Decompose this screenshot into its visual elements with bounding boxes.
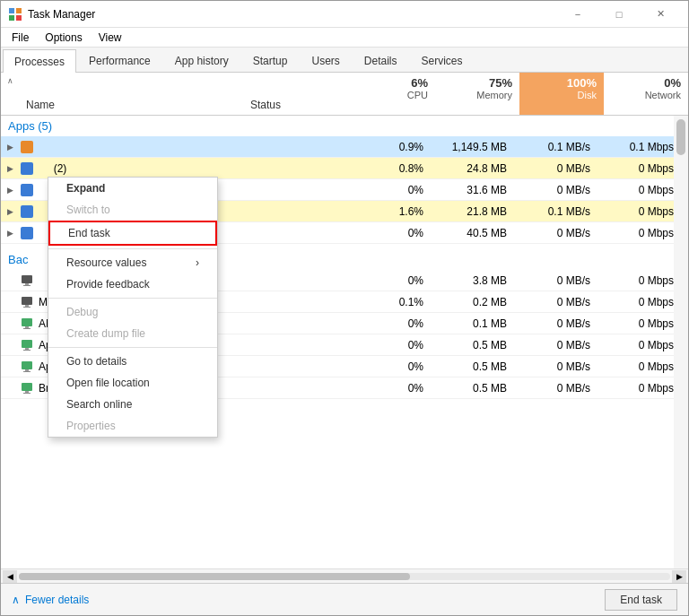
tab-app-history[interactable]: App history [163, 48, 240, 72]
process-icon [19, 139, 35, 155]
expand-icon[interactable]: ▶ [1, 164, 19, 173]
process-name: (2) [35, 162, 243, 175]
header-status[interactable]: Status [243, 73, 351, 115]
header-name[interactable]: Name [19, 73, 243, 115]
context-menu: Expand Switch to End task Resource value… [48, 177, 218, 438]
process-memory: 0.5 MB [434, 339, 518, 351]
svg-rect-21 [23, 393, 31, 394]
process-disk: 0 MB/s [518, 274, 601, 287]
process-memory: 0.1 MB [434, 317, 518, 330]
ctx-separator-2 [48, 298, 217, 299]
svg-rect-10 [22, 318, 32, 326]
svg-rect-0 [9, 8, 14, 13]
ctx-end-task[interactable]: End task [48, 221, 217, 246]
menu-view[interactable]: View [92, 30, 129, 46]
process-disk: 0.1 MB/s [518, 205, 601, 218]
ctx-expand[interactable]: Expand [48, 178, 217, 199]
scroll-thumb[interactable] [19, 573, 410, 580]
svg-rect-20 [25, 391, 29, 393]
process-cpu: 0% [351, 382, 434, 395]
tab-bar: Processes Performance App history Startu… [1, 48, 688, 73]
ctx-go-to-details[interactable]: Go to details [48, 351, 217, 372]
process-memory: 40.5 MB [434, 227, 518, 239]
header-disk[interactable]: 100% Disk [519, 73, 604, 115]
svg-rect-4 [22, 275, 32, 283]
svg-rect-19 [22, 383, 32, 391]
process-icon [19, 182, 35, 198]
ctx-open-file[interactable]: Open file location [48, 372, 217, 394]
svg-rect-16 [22, 361, 32, 369]
tab-processes[interactable]: Processes [3, 49, 76, 73]
process-disk: 0 MB/s [518, 382, 601, 395]
header-network[interactable]: 0% Network [604, 73, 688, 115]
tab-services[interactable]: Services [410, 48, 475, 72]
minimize-button[interactable]: − [557, 1, 598, 28]
svg-rect-1 [16, 8, 22, 13]
ctx-provide-feedback[interactable]: Provide feedback [48, 273, 217, 295]
close-button[interactable]: ✕ [640, 1, 681, 28]
expand-icon[interactable]: ▶ [1, 207, 19, 216]
sort-arrow-icon: ∧ [7, 76, 13, 85]
column-headers: ∧ Name Status 6% CPU 75% Memory 100% Dis… [1, 73, 688, 116]
process-cpu: 0% [351, 360, 434, 373]
svg-rect-5 [25, 283, 29, 285]
status-bar: ∧ Fewer details End task [1, 583, 688, 615]
expand-icon[interactable]: ▶ [1, 143, 19, 152]
tab-details[interactable]: Details [353, 48, 409, 72]
process-disk: 0 MB/s [518, 227, 601, 239]
horizontal-scrollbar[interactable]: ◀ ▶ [1, 568, 688, 583]
process-cpu: 0% [351, 227, 434, 239]
svg-rect-13 [22, 340, 32, 348]
process-cpu: 0% [351, 317, 434, 330]
scrollbar-thumb[interactable] [676, 119, 685, 155]
menu-options[interactable]: Options [38, 30, 89, 46]
tab-startup[interactable]: Startup [241, 48, 300, 72]
vertical-scrollbar[interactable] [674, 116, 688, 568]
process-disk: 0 MB/s [518, 184, 601, 196]
svg-rect-9 [23, 307, 31, 308]
ctx-separator-3 [48, 347, 217, 348]
process-memory: 24.8 MB [434, 162, 518, 175]
process-cpu: 0% [351, 274, 434, 287]
process-icon [19, 273, 35, 289]
expand-icon[interactable]: ▶ [1, 229, 19, 238]
process-memory: 21.8 MB [434, 205, 518, 218]
process-disk: 0 MB/s [518, 296, 601, 308]
svg-rect-7 [22, 297, 32, 305]
process-list: Apps (5) ▶ 0.9% 1,149.5 MB 0.1 MB/s 0.1 … [1, 116, 688, 568]
process-disk: 0 MB/s [518, 317, 601, 330]
title-buttons: − □ ✕ [557, 1, 681, 28]
expand-icon[interactable]: ▶ [1, 186, 19, 195]
process-memory: 31.6 MB [434, 184, 518, 196]
scroll-track[interactable] [19, 573, 670, 580]
process-cpu: 1.6% [351, 205, 434, 218]
ctx-properties: Properties [48, 415, 217, 437]
scroll-left-button[interactable]: ◀ [3, 570, 17, 583]
tab-users[interactable]: Users [300, 48, 351, 72]
process-icon [19, 204, 35, 220]
menu-file[interactable]: File [4, 30, 36, 46]
process-icon [19, 161, 35, 177]
svg-rect-12 [23, 328, 31, 329]
ctx-resource-values[interactable]: Resource values › [48, 252, 217, 273]
header-memory[interactable]: 75% Memory [435, 73, 519, 115]
end-task-button[interactable]: End task [605, 589, 677, 611]
process-memory: 0.2 MB [434, 296, 518, 308]
tab-performance[interactable]: Performance [77, 48, 162, 72]
svg-rect-2 [9, 15, 14, 21]
ctx-search-online[interactable]: Search online [48, 394, 217, 415]
maximize-button[interactable]: □ [598, 1, 640, 28]
process-icon [19, 294, 35, 310]
process-disk: 0 MB/s [518, 339, 601, 351]
process-disk: 0.1 MB/s [518, 141, 601, 153]
table-row[interactable]: ▶ 0.9% 1,149.5 MB 0.1 MB/s 0.1 Mbps [1, 136, 688, 158]
header-cpu[interactable]: 6% CPU [351, 73, 435, 115]
scroll-right-button[interactable]: ▶ [672, 570, 686, 583]
process-cpu: 0% [351, 339, 434, 351]
task-manager-window: Task Manager − □ ✕ File Options View Pro… [0, 0, 689, 616]
process-cpu: 0.8% [351, 162, 434, 175]
process-disk: 0 MB/s [518, 162, 601, 175]
ctx-switch-to: Switch to [48, 199, 217, 221]
fewer-details-button[interactable]: ∧ Fewer details [12, 594, 89, 606]
process-memory: 3.8 MB [434, 274, 518, 287]
